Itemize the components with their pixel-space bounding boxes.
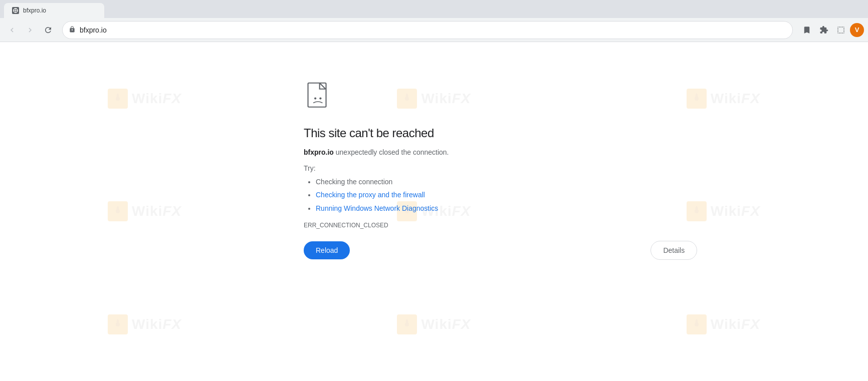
suggestions-list: Checking the connection Checking the pro… [304,176,584,214]
suggestion-2[interactable]: Checking the proxy and the firewall [316,189,584,200]
error-title: This site can't be reached [304,126,584,140]
watermark-text-1: WikiFX [132,91,181,107]
reload-button[interactable] [40,22,56,38]
extensions-button[interactable] [816,22,832,38]
forward-button[interactable] [22,22,38,38]
network-diagnostics-link[interactable]: Running Windows Network Diagnostics [316,204,438,212]
address-bar[interactable]: bfxpro.io [62,21,793,39]
toolbar-actions: V [799,22,864,38]
page-content: WikiFX WikiFX [0,42,868,381]
wikifx-logo-7 [108,314,128,334]
button-row: Reload Details [304,241,584,260]
wikifx-logo-4 [108,201,128,221]
svg-point-23 [319,97,321,99]
lock-icon [69,26,76,34]
watermark-9: WikiFX [579,268,868,381]
watermark-text-3: WikiFX [711,91,760,107]
error-icon [304,82,334,112]
wikifx-logo-1 [108,89,128,109]
error-content: This site can't be reached bfxpro.io une… [284,42,584,260]
bookmark-button[interactable] [799,22,815,38]
error-description: bfxpro.io unexpectedly closed the connec… [304,148,584,156]
svg-point-4 [116,97,120,101]
wikifx-logo-9 [687,314,707,334]
watermark-1: WikiFX [0,42,289,155]
watermark-text-7: WikiFX [132,316,181,332]
svg-point-3 [111,92,124,105]
svg-point-14 [695,209,699,213]
back-button[interactable] [4,22,20,38]
tab-title: bfxpro.io [23,7,46,14]
wikifx-logo-8 [397,314,417,334]
svg-point-19 [690,318,703,331]
svg-point-13 [690,205,703,218]
wikifx-logo-6 [687,201,707,221]
watermark-text-8: WikiFX [421,316,471,332]
try-label: Try: [304,164,584,172]
browser-frame: bfxpro.io bfxpro.io [0,0,868,381]
tab-bar: bfxpro.io [0,0,868,18]
svg-point-8 [695,97,699,101]
svg-point-16 [116,322,120,326]
watermark-text-4: WikiFX [132,203,181,219]
watermark-7: WikiFX [0,268,289,381]
profile-button[interactable]: V [850,23,864,37]
error-domain: bfxpro.io [304,148,334,156]
watermark-4: WikiFX [0,155,289,268]
sidebar-button[interactable] [833,22,849,38]
watermark-text-6: WikiFX [711,203,760,219]
tab-favicon [12,7,19,14]
svg-point-10 [116,209,120,213]
suggestion-1: Checking the connection [316,176,584,187]
toolbar: bfxpro.io V [0,18,868,42]
details-button[interactable]: Details [650,241,697,260]
svg-point-9 [111,205,124,218]
svg-point-20 [695,322,699,326]
url-text: bfxpro.io [80,26,786,34]
suggestion-3[interactable]: Running Windows Network Diagnostics [316,203,584,214]
proxy-firewall-link[interactable]: Checking the proxy and the firewall [316,191,425,199]
active-tab[interactable]: bfxpro.io [4,3,104,18]
error-code: ERR_CONNECTION_CLOSED [304,222,584,229]
svg-point-17 [400,318,413,331]
watermark-text-9: WikiFX [711,316,760,332]
svg-point-18 [405,322,409,326]
svg-point-15 [111,318,124,331]
watermark-3: WikiFX [579,42,868,155]
suggestion-1-text: Checking the connection [316,178,392,186]
reload-button-main[interactable]: Reload [304,241,350,259]
watermark-6: WikiFX [579,155,868,268]
watermark-8: WikiFX [289,268,578,381]
svg-point-22 [314,97,316,99]
wikifx-logo-3 [687,89,707,109]
error-description-suffix: unexpectedly closed the connection. [334,148,449,156]
svg-point-7 [690,92,703,105]
